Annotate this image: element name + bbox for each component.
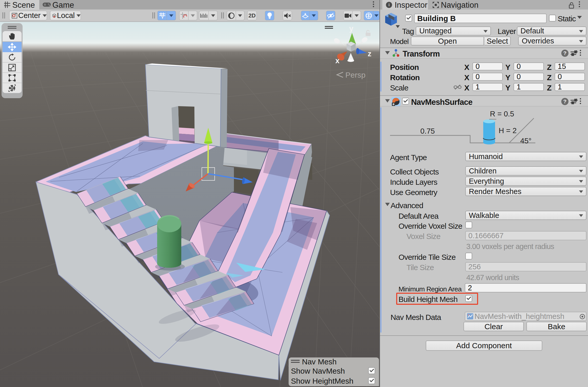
svg-text:45°: 45° — [520, 137, 532, 145]
svg-text:0.75: 0.75 — [420, 127, 435, 135]
svg-text:Y: Y — [161, 15, 164, 19]
svg-text:x: x — [335, 57, 339, 65]
svg-text:H = 2: H = 2 — [499, 126, 517, 135]
svg-text:z: z — [368, 50, 372, 58]
svg-text:R = 0.5: R = 0.5 — [490, 110, 514, 118]
svg-text:y: y — [349, 24, 353, 33]
svg-text:Persp: Persp — [345, 71, 365, 79]
